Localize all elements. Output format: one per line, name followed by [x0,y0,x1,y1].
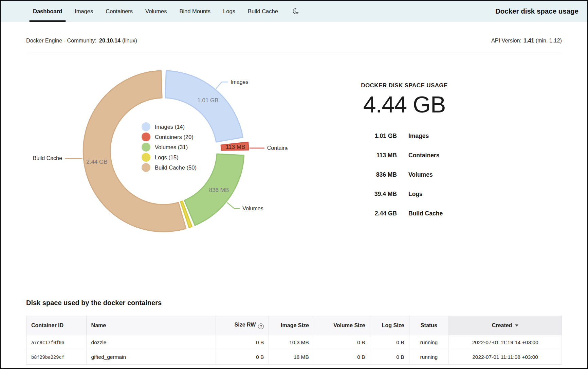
segment-size-label: 1.01 GB [197,97,218,104]
cell-container-id: b8f29ba229cf [26,350,87,364]
cell-created: 2022-07-01 11:19:14 +03:00 [449,335,562,350]
summary-item-images: 1.01 GB Images [346,126,463,146]
tab-build-cache[interactable]: Build Cache [244,1,282,22]
segment-callout-label: Images [231,79,248,85]
sort-desc-icon [515,324,518,327]
legend-label: Images (14) [155,124,185,130]
cell-status: running [409,335,449,350]
help-icon[interactable]: ? [258,323,264,329]
summary-item-build-cache: 2.44 GB Build Cache [346,204,463,223]
cell-image-size: 10.3 MB [269,335,314,350]
disk-usage-summary: DOCKER DISK SPACE USAGE 4.44 GB 1.01 GB … [288,65,562,234]
tab-containers[interactable]: Containers [102,1,136,22]
summary-size: 39.4 MB [346,191,397,198]
callout-line [227,203,240,209]
summary-label: Containers [408,152,463,159]
col-header-name[interactable]: Name [86,316,216,335]
legend-item-images[interactable]: Images (14) [142,122,197,132]
summary-label: Volumes [408,171,463,178]
table-header-row: Container ID Name Size RW? Image Size Vo… [26,316,562,335]
cell-name: dozzle [86,335,216,350]
summary-list: 1.01 GB Images 113 MB Containers 836 MB … [346,126,463,223]
dashboard-section: 1.01 GBImages113 MBContainers836 MBVolum… [26,65,562,234]
tab-bind-mounts[interactable]: Bind Mounts [176,1,214,22]
legend-swatch-volumes [142,143,150,152]
summary-item-logs: 39.4 MB Logs [346,184,463,204]
summary-title: DOCKER DISK SPACE USAGE [361,82,447,89]
top-nav: Dashboard Images Containers Volumes Bind… [1,1,587,22]
cell-status: running [409,350,449,364]
cell-size-rw: 0 B [216,350,269,364]
callout-line [216,82,228,89]
segment-size-label: 2.44 GB [86,159,107,165]
summary-item-containers: 113 MB Containers [346,146,463,165]
col-header-log-size[interactable]: Log Size [370,316,409,335]
cell-log-size: 0 B [370,350,409,364]
segment-size-label: 113 MB [226,144,245,150]
dark-mode-toggle[interactable] [290,1,301,22]
moon-icon [292,7,299,15]
containers-table: Container ID Name Size RW? Image Size Vo… [26,316,562,365]
main-content: Docker Engine - Community:20.10.14(linux… [1,22,587,365]
col-header-volume-size[interactable]: Volume Size [314,316,370,335]
summary-size: 113 MB [346,152,397,159]
legend-label: Containers (20) [155,134,194,140]
summary-size: 2.44 GB [346,210,397,217]
cell-volume-size: 0 B [314,335,370,350]
col-header-created[interactable]: Created [449,316,562,335]
summary-total: 4.44 GB [363,91,446,118]
segment-callout-label: Containers [267,145,288,151]
summary-size: 836 MB [346,171,397,178]
nav-tabs: Dashboard Images Containers Volumes Bind… [29,1,301,22]
legend-swatch-logs [142,153,150,162]
table-row: a7c8c17f0f0a dozzle 0 B 10.3 MB 0 B 0 B … [26,335,562,350]
legend-item-logs[interactable]: Logs (15) [142,152,197,162]
legend-item-containers[interactable]: Containers (20) [142,132,197,142]
col-header-size-rw[interactable]: Size RW? [216,316,269,335]
legend-swatch-images [142,122,150,131]
tab-volumes[interactable]: Volumes [142,1,170,22]
api-version-text: API Version:1.41(min. 1.12) [491,37,562,44]
cell-volume-size: 0 B [314,350,370,364]
engine-info-row: Docker Engine - Community:20.10.14(linux… [26,22,562,44]
legend-label: Volumes (31) [155,144,188,151]
segment-size-label: 836 MB [209,187,229,193]
table-row: b8f29ba229cf gifted_germain 0 B 18 MB 0 … [26,350,562,364]
divider [26,54,562,54]
cell-size-rw: 0 B [216,335,269,350]
app-window: Dashboard Images Containers Volumes Bind… [0,0,588,369]
cell-created: 2022-07-01 11:11:08 +03:00 [449,350,562,364]
chart-legend: Images (14) Containers (20) Volumes (31)… [142,122,197,173]
cell-log-size: 0 B [370,335,409,350]
legend-item-volumes[interactable]: Volumes (31) [142,142,197,152]
col-header-image-size[interactable]: Image Size [269,316,314,335]
col-header-container-id[interactable]: Container ID [26,316,87,335]
cell-container-id: a7c8c17f0f0a [26,335,87,350]
tab-logs[interactable]: Logs [219,1,239,22]
summary-size: 1.01 GB [346,133,397,140]
engine-version-text: Docker Engine - Community:20.10.14(linux… [26,37,137,44]
disk-usage-donut-chart: 1.01 GBImages113 MBContainers836 MBVolum… [30,65,288,234]
legend-swatch-build-cache [142,163,150,172]
summary-item-volumes: 836 MB Volumes [346,165,463,184]
app-title: Docker disk space usage [495,7,578,15]
tab-images[interactable]: Images [71,1,97,22]
segment-callout-label: Build Cache [33,155,62,161]
containers-table-title: Disk space used by the docker containers [26,299,562,307]
cell-name: gifted_germain [86,350,216,364]
summary-label: Logs [408,191,463,198]
summary-label: Images [408,133,463,140]
summary-label: Build Cache [408,210,463,217]
tab-dashboard[interactable]: Dashboard [29,1,66,22]
col-header-status[interactable]: Status [409,316,449,335]
legend-label: Logs (15) [155,154,179,161]
legend-label: Build Cache (50) [155,164,197,171]
legend-swatch-containers [142,133,150,141]
legend-item-build-cache[interactable]: Build Cache (50) [142,162,197,173]
segment-callout-label: Volumes [242,206,263,211]
cell-image-size: 18 MB [269,350,314,364]
